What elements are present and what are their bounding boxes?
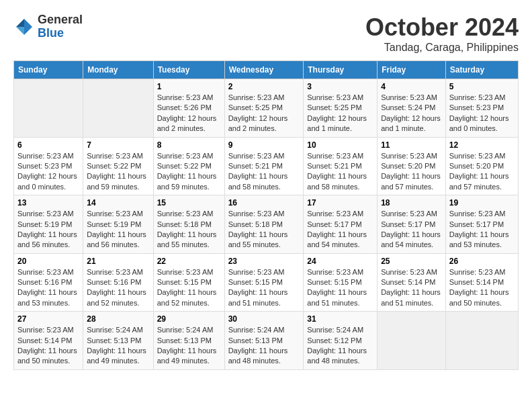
day-number: 8: [157, 140, 221, 150]
day-info: Sunrise: 5:23 AM Sunset: 5:19 PM Dayligh…: [87, 209, 149, 250]
day-number: 12: [449, 140, 515, 150]
day-number: 2: [228, 82, 300, 91]
calendar-cell: 31Sunrise: 5:24 AM Sunset: 5:12 PM Dayli…: [304, 312, 378, 370]
day-number: 30: [228, 314, 300, 324]
calendar-cell: 28Sunrise: 5:24 AM Sunset: 5:13 PM Dayli…: [83, 312, 153, 370]
logo-text: General Blue: [38, 13, 83, 40]
day-number: 15: [157, 198, 221, 208]
day-info: Sunrise: 5:24 AM Sunset: 5:12 PM Dayligh…: [307, 325, 373, 367]
logo-line2: Blue: [38, 27, 83, 40]
weekday-header-monday: Monday: [83, 61, 153, 79]
day-info: Sunrise: 5:23 AM Sunset: 5:15 PM Dayligh…: [157, 267, 221, 309]
calendar-cell: 2Sunrise: 5:23 AM Sunset: 5:25 PM Daylig…: [224, 79, 304, 138]
day-number: 25: [381, 257, 442, 266]
calendar-cell: 16Sunrise: 5:23 AM Sunset: 5:18 PM Dayli…: [224, 195, 304, 254]
weekday-header-friday: Friday: [378, 61, 446, 79]
weekday-header-row: SundayMondayTuesdayWednesdayThursdayFrid…: [14, 61, 519, 79]
week-row-3: 13Sunrise: 5:23 AM Sunset: 5:19 PM Dayli…: [14, 195, 519, 254]
day-info: Sunrise: 5:23 AM Sunset: 5:26 PM Dayligh…: [157, 93, 221, 134]
calendar-cell: 21Sunrise: 5:23 AM Sunset: 5:16 PM Dayli…: [83, 253, 153, 312]
calendar-header: SundayMondayTuesdayWednesdayThursdayFrid…: [14, 61, 519, 79]
day-number: 9: [228, 140, 300, 150]
calendar-cell: 24Sunrise: 5:23 AM Sunset: 5:15 PM Dayli…: [304, 253, 378, 312]
svg-marker-1: [16, 19, 24, 27]
day-number: 5: [449, 82, 515, 91]
day-number: 27: [17, 314, 79, 324]
calendar-body: 1Sunrise: 5:23 AM Sunset: 5:26 PM Daylig…: [14, 79, 519, 370]
day-number: 11: [381, 140, 442, 150]
calendar-cell: [14, 79, 83, 138]
day-number: 22: [157, 257, 221, 266]
day-info: Sunrise: 5:24 AM Sunset: 5:13 PM Dayligh…: [87, 325, 149, 367]
day-number: 26: [449, 257, 515, 266]
calendar-table: SundayMondayTuesdayWednesdayThursdayFrid…: [13, 60, 519, 370]
day-info: Sunrise: 5:23 AM Sunset: 5:15 PM Dayligh…: [307, 267, 373, 309]
day-number: 14: [87, 198, 149, 208]
weekday-header-sunday: Sunday: [14, 61, 83, 79]
calendar-cell: 17Sunrise: 5:23 AM Sunset: 5:17 PM Dayli…: [304, 195, 378, 254]
svg-marker-3: [24, 27, 32, 35]
calendar-subtitle: Tandag, Caraga, Philippines: [365, 42, 519, 54]
day-info: Sunrise: 5:23 AM Sunset: 5:18 PM Dayligh…: [157, 209, 221, 250]
calendar-cell: 20Sunrise: 5:23 AM Sunset: 5:16 PM Dayli…: [14, 253, 83, 312]
calendar-cell: 8Sunrise: 5:23 AM Sunset: 5:22 PM Daylig…: [153, 137, 224, 195]
calendar-cell: [378, 312, 446, 370]
day-info: Sunrise: 5:23 AM Sunset: 5:16 PM Dayligh…: [17, 267, 79, 309]
day-number: 21: [87, 257, 149, 266]
calendar-cell: 4Sunrise: 5:23 AM Sunset: 5:24 PM Daylig…: [378, 79, 446, 138]
calendar-cell: 7Sunrise: 5:23 AM Sunset: 5:22 PM Daylig…: [83, 137, 153, 195]
calendar-title: October 2024: [365, 13, 519, 42]
day-info: Sunrise: 5:23 AM Sunset: 5:17 PM Dayligh…: [307, 209, 373, 250]
day-info: Sunrise: 5:23 AM Sunset: 5:25 PM Dayligh…: [228, 93, 300, 134]
calendar-cell: 14Sunrise: 5:23 AM Sunset: 5:19 PM Dayli…: [83, 195, 153, 254]
day-number: 3: [307, 82, 373, 91]
calendar-cell: 23Sunrise: 5:23 AM Sunset: 5:15 PM Dayli…: [224, 253, 304, 312]
day-info: Sunrise: 5:23 AM Sunset: 5:22 PM Dayligh…: [87, 151, 149, 193]
day-info: Sunrise: 5:23 AM Sunset: 5:20 PM Dayligh…: [449, 151, 515, 193]
day-number: 24: [307, 257, 373, 266]
day-info: Sunrise: 5:23 AM Sunset: 5:14 PM Dayligh…: [381, 267, 442, 309]
day-number: 4: [381, 82, 442, 91]
day-number: 29: [157, 314, 221, 324]
week-row-5: 27Sunrise: 5:23 AM Sunset: 5:14 PM Dayli…: [14, 312, 519, 370]
calendar-cell: 25Sunrise: 5:23 AM Sunset: 5:14 PM Dayli…: [378, 253, 446, 312]
day-number: 6: [17, 140, 79, 150]
weekday-header-tuesday: Tuesday: [153, 61, 224, 79]
day-info: Sunrise: 5:23 AM Sunset: 5:18 PM Dayligh…: [228, 209, 300, 250]
weekday-header-saturday: Saturday: [445, 61, 518, 79]
calendar-cell: 10Sunrise: 5:23 AM Sunset: 5:21 PM Dayli…: [304, 137, 378, 195]
day-number: 20: [17, 257, 79, 266]
svg-marker-2: [16, 27, 24, 35]
day-number: 7: [87, 140, 149, 150]
day-info: Sunrise: 5:23 AM Sunset: 5:21 PM Dayligh…: [307, 151, 373, 193]
day-info: Sunrise: 5:23 AM Sunset: 5:23 PM Dayligh…: [449, 93, 515, 134]
calendar-cell: 1Sunrise: 5:23 AM Sunset: 5:26 PM Daylig…: [153, 79, 224, 138]
day-info: Sunrise: 5:23 AM Sunset: 5:16 PM Dayligh…: [87, 267, 149, 309]
day-number: 17: [307, 198, 373, 208]
calendar-cell: 15Sunrise: 5:23 AM Sunset: 5:18 PM Dayli…: [153, 195, 224, 254]
calendar-cell: 9Sunrise: 5:23 AM Sunset: 5:21 PM Daylig…: [224, 137, 304, 195]
day-info: Sunrise: 5:23 AM Sunset: 5:24 PM Dayligh…: [381, 93, 442, 134]
day-info: Sunrise: 5:23 AM Sunset: 5:19 PM Dayligh…: [17, 209, 79, 250]
logo-icon: [13, 16, 35, 38]
day-number: 1: [157, 82, 221, 91]
calendar-cell: 19Sunrise: 5:23 AM Sunset: 5:17 PM Dayli…: [445, 195, 518, 254]
day-number: 19: [449, 198, 515, 208]
day-info: Sunrise: 5:24 AM Sunset: 5:13 PM Dayligh…: [157, 325, 221, 367]
page-header: General Blue October 2024 Tandag, Caraga…: [13, 13, 519, 54]
day-number: 31: [307, 314, 373, 324]
day-number: 16: [228, 198, 300, 208]
calendar-cell: 18Sunrise: 5:23 AM Sunset: 5:17 PM Dayli…: [378, 195, 446, 254]
svg-marker-0: [24, 19, 32, 27]
day-info: Sunrise: 5:23 AM Sunset: 5:14 PM Dayligh…: [17, 325, 79, 367]
week-row-4: 20Sunrise: 5:23 AM Sunset: 5:16 PM Dayli…: [14, 253, 519, 312]
week-row-2: 6Sunrise: 5:23 AM Sunset: 5:23 PM Daylig…: [14, 137, 519, 195]
day-info: Sunrise: 5:23 AM Sunset: 5:20 PM Dayligh…: [381, 151, 442, 193]
title-block: October 2024 Tandag, Caraga, Philippines: [365, 13, 519, 54]
day-number: 18: [381, 198, 442, 208]
day-number: 28: [87, 314, 149, 324]
day-number: 13: [17, 198, 79, 208]
day-number: 10: [307, 140, 373, 150]
weekday-header-wednesday: Wednesday: [224, 61, 304, 79]
calendar-cell: [83, 79, 153, 138]
